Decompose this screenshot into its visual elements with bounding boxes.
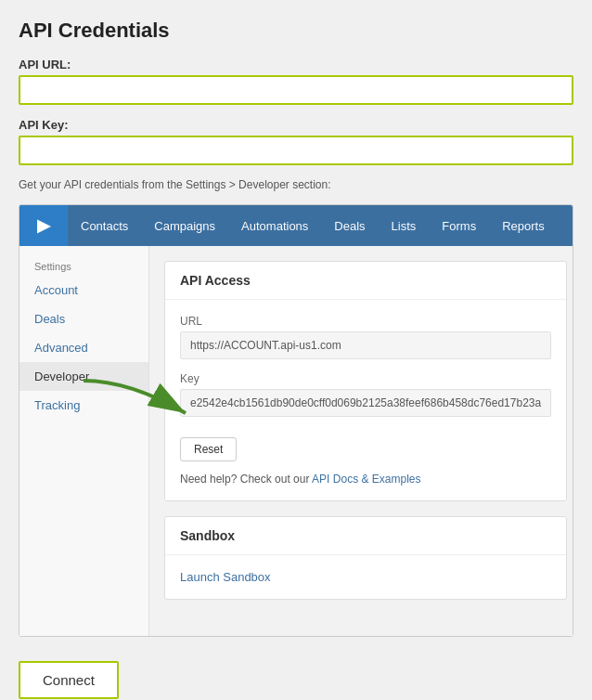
sidebar-item-developer[interactable]: Developer [19,362,148,391]
help-text-prefix: Need help? Check out our [180,473,312,486]
url-field-value: https://ACCOUNT.api-us1.com [180,331,551,359]
nav-item-forms[interactable]: Forms [429,205,489,246]
sidebar: Settings Account Deals Advanced Develope… [19,246,149,636]
url-field-row: URL https://ACCOUNT.api-us1.com [180,315,551,359]
nav-item-lists[interactable]: Lists [379,205,430,246]
nav-item-deals[interactable]: Deals [321,205,378,246]
nav-logo[interactable]: ▶ [19,205,68,246]
nav-item-contacts[interactable]: Contacts [68,205,141,246]
connect-button[interactable]: Connect [19,661,119,699]
nav-bar: ▶ Contacts Campaigns Automations Deals L… [19,205,573,246]
api-url-label: API URL: [19,58,573,71]
reset-button[interactable]: Reset [180,437,237,461]
sandbox-card-body: Launch Sandbox [165,555,566,599]
key-field-label: Key [180,372,551,385]
key-field-value: e2542e4cb1561db90de0cff0d069b2125a38feef… [180,389,551,417]
sidebar-item-account[interactable]: Account [19,276,148,305]
sandbox-card: Sandbox Launch Sandbox [164,516,567,600]
nav-items: Contacts Campaigns Automations Deals Lis… [68,205,558,246]
api-access-card-title: API Access [165,262,566,300]
sandbox-card-title: Sandbox [165,517,566,555]
sidebar-section-label: Settings [19,255,148,276]
api-access-card: API Access URL https://ACCOUNT.api-us1.c… [164,261,567,501]
sidebar-item-tracking[interactable]: Tracking [19,391,148,420]
content-area: Settings Account Deals Advanced Develope… [19,246,573,636]
sidebar-item-deals[interactable]: Deals [19,305,148,333]
key-field-row: Key e2542e4cb1561db90de0cff0d069b2125a38… [180,372,551,417]
logo-icon: ▶ [37,215,50,236]
launch-sandbox-link[interactable]: Launch Sandbox [180,570,271,584]
nav-item-reports[interactable]: Reports [489,205,558,246]
nav-item-campaigns[interactable]: Campaigns [141,205,228,246]
api-docs-link[interactable]: API Docs & Examples [312,473,420,486]
main-content: API Access URL https://ACCOUNT.api-us1.c… [149,246,573,636]
api-access-card-body: URL https://ACCOUNT.api-us1.com Key e254… [165,300,566,500]
nav-item-automations[interactable]: Automations [228,205,321,246]
help-text: Get your API credentials from the Settin… [19,178,573,191]
api-help-text: Need help? Check out our API Docs & Exam… [180,473,551,486]
api-url-input[interactable] [19,75,573,105]
api-key-label: API Key: [19,118,573,132]
api-key-input[interactable] [19,136,573,165]
page-title: API Credentials [19,19,573,43]
sidebar-item-advanced[interactable]: Advanced [19,333,148,362]
url-field-label: URL [180,315,551,328]
browser-mockup: ▶ Contacts Campaigns Automations Deals L… [19,204,573,637]
